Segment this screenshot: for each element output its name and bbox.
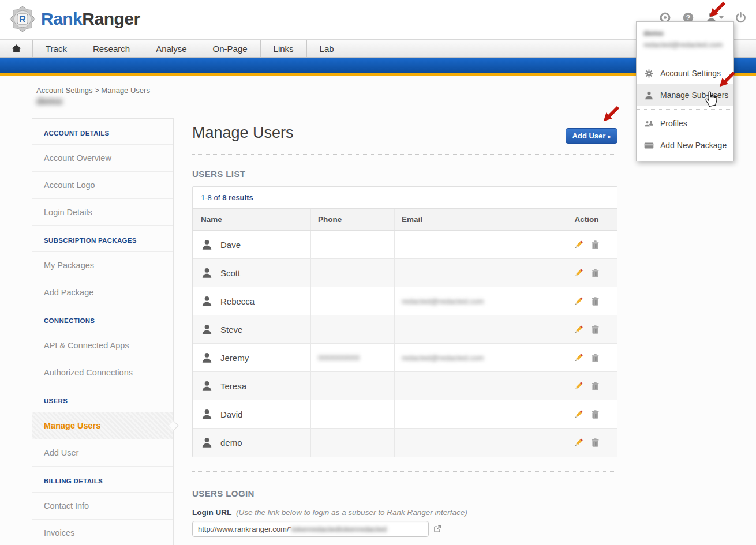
sidebar-item-manage-users[interactable]: Manage Users [32,412,173,439]
user-phone-cell [310,429,394,457]
user-name-cell: Scott [193,259,310,287]
user-action-cell [556,315,617,343]
settings-sidebar: ACCOUNT DETAILS Account Overview Account… [32,118,174,545]
sidebar-item-api-connected-apps[interactable]: API & Connected Apps [32,332,173,359]
sidebar-item-contact-info[interactable]: Contact Info [32,493,173,520]
edit-icon[interactable] [574,268,583,278]
power-icon[interactable] [735,12,747,24]
annotation-arrow-add-user [601,106,620,123]
user-name: demo [220,438,242,448]
sidebar-item-label: Manage Users [44,421,100,430]
dropdown-divider [637,59,733,59]
logo[interactable]: R RankRanger [9,6,140,32]
user-phone-cell [310,259,394,287]
email-blurred: redacted@redacted.com [402,297,484,306]
nav-tab-analyse[interactable]: Analyse [143,40,200,57]
results-prefix: 1-8 of [201,193,220,202]
menu-item-label: Profiles [660,119,687,128]
user-name-cell: Teresa [193,372,310,400]
user-action-cell [556,231,617,258]
user-icon [201,352,220,364]
user-email-cell: redacted@redacted.com [394,287,556,315]
external-link-icon[interactable] [433,525,441,533]
sidebar-item-add-user[interactable]: Add User [32,439,173,467]
user-icon [201,295,220,307]
sidebar-item-authorized-connections[interactable]: Authorized Connections [32,359,173,386]
edit-icon[interactable] [574,353,583,363]
edit-icon[interactable] [574,296,583,306]
breadcrumb[interactable]: Account Settings > Manage Users [36,86,150,95]
home-icon [12,44,21,53]
sidebar-section-connections: CONNECTIONS [32,306,173,332]
user-phone-cell [310,400,394,428]
nav-tab-track[interactable]: Track [33,40,80,57]
dropdown-divider [637,109,733,110]
menu-item-add-new-package[interactable]: Add New Package [637,134,733,156]
delete-icon[interactable] [590,268,600,278]
sidebar-item-login-details[interactable]: Login Details [32,199,173,226]
edit-icon[interactable] [574,409,583,419]
edit-icon[interactable] [574,325,583,334]
svg-text:R: R [19,14,26,24]
col-header-name: Name [193,209,310,230]
user-email-cell [394,259,556,287]
nav-tab-lab[interactable]: Lab [307,40,347,57]
delete-icon[interactable] [590,240,600,250]
user-email-cell: redacted@redacted.com [394,344,556,371]
sidebar-section-account-details: ACCOUNT DETAILS [32,119,173,145]
sidebar-item-invoices[interactable]: Invoices [32,520,173,545]
table-row: Rebecca redacted@redacted.com [193,287,617,315]
table-row: David [193,400,617,429]
user-name: Teresa [220,381,246,391]
user-phone-cell: 0000000000 [310,344,394,371]
table-row: Scott [193,259,617,287]
table-row: Teresa [193,372,617,400]
annotation-arrow-user-menu [708,1,726,18]
phone-blurred: 0000000000 [318,354,360,362]
nav-tab-home[interactable] [0,40,33,57]
user-menu-header: demo redacted@redacted.com [637,22,733,56]
user-icon [201,267,220,279]
login-url-hint: (Use the link below to login as a subuse… [236,508,467,517]
delete-icon[interactable] [590,353,600,363]
table-header: Name Phone Email Action [193,209,617,231]
user-menu-email-blurred: redacted@redacted.com [643,41,727,49]
nav-tab-research[interactable]: Research [80,40,143,57]
login-url-input[interactable]: http://www.rankranger.com/" tokenredacte… [192,521,429,537]
user-action-cell [556,259,617,287]
user-name-cell: demo [193,429,310,457]
user-name: Jeremy [220,353,249,363]
sidebar-item-account-overview[interactable]: Account Overview [32,145,173,172]
user-icon [644,91,654,100]
sidebar-section-subscription-packages: SUBSCRIPTION PACKAGES [32,226,173,252]
delete-icon[interactable] [590,325,600,334]
user-name-cell: Steve [193,315,310,343]
table-row: demo [193,429,617,457]
menu-item-profiles[interactable]: Profiles [637,112,733,134]
menu-item-label: Add New Package [660,141,727,150]
delete-icon[interactable] [590,381,600,391]
menu-item-label: Account Settings [660,69,721,78]
divider [192,154,617,155]
delete-icon[interactable] [590,409,600,419]
sidebar-item-account-logo[interactable]: Account Logo [32,172,173,199]
sidebar-item-add-package[interactable]: Add Package [32,279,173,306]
delete-icon[interactable] [590,438,600,448]
user-phone-cell [310,287,394,315]
nav-tab-links[interactable]: Links [261,40,307,57]
users-login-title: USERS LOGIN [192,488,255,498]
add-user-arrow-icon: ▸ [608,133,611,140]
user-action-cell [556,372,617,400]
delete-icon[interactable] [590,296,600,306]
login-url-visible: http://www.rankranger.com/" [198,525,291,533]
edit-icon[interactable] [574,381,583,391]
add-user-button[interactable]: Add User ▸ [566,128,617,144]
user-action-cell [556,287,617,315]
user-email-cell [394,400,556,428]
users-table: 1-8 of 8 results Name Phone Email Action… [192,186,617,457]
edit-icon[interactable] [574,240,583,250]
nav-tab-on-page[interactable]: On-Page [200,40,261,57]
logo-text: RankRanger [41,9,140,29]
edit-icon[interactable] [574,438,583,448]
sidebar-item-my-packages[interactable]: My Packages [32,252,173,279]
